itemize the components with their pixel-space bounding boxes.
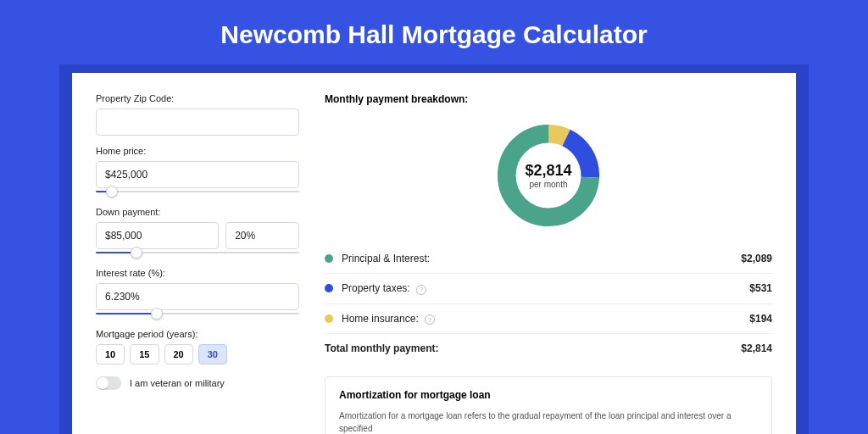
- info-icon[interactable]: ?: [416, 285, 426, 295]
- legend-dot-icon: [325, 284, 333, 292]
- legend-value: $2,089: [741, 253, 772, 264]
- veteran-toggle[interactable]: [96, 376, 121, 390]
- legend-value: $194: [749, 313, 772, 325]
- donut-wrap: $2,814 per month: [325, 115, 772, 244]
- rate-label: Interest rate (%):: [96, 268, 299, 278]
- calculator-card: Property Zip Code: Home price: Down paym…: [72, 73, 796, 434]
- veteran-toggle-knob: [97, 377, 108, 389]
- legend-label: Principal & Interest:: [342, 253, 741, 264]
- price-slider[interactable]: [96, 186, 299, 197]
- down-slider[interactable]: [96, 248, 299, 258]
- period-button-10[interactable]: 10: [96, 344, 125, 364]
- price-input[interactable]: [96, 161, 299, 188]
- price-field-group: Home price:: [96, 146, 299, 197]
- legend-dot-icon: [325, 254, 333, 263]
- breakdown-title: Monthly payment breakdown:: [325, 93, 772, 105]
- period-field-group: Mortgage period (years): 10152030: [96, 329, 299, 364]
- page-title: Newcomb Hall Mortgage Calculator: [0, 0, 868, 64]
- legend-dot-icon: [325, 314, 333, 323]
- amortization-box: Amortization for mortgage loan Amortizat…: [325, 376, 772, 434]
- breakdown-column: Monthly payment breakdown: $2,814 per mo…: [325, 93, 772, 434]
- price-slider-thumb: [106, 186, 118, 198]
- info-icon[interactable]: ?: [425, 314, 435, 325]
- amort-text: Amortization for a mortgage loan refers …: [339, 409, 758, 434]
- donut-chart: $2,814 per month: [493, 120, 604, 231]
- total-label: Total monthly payment:: [325, 342, 741, 354]
- legend-row-0: Principal & Interest:$2,089: [325, 244, 772, 274]
- zip-label: Property Zip Code:: [96, 93, 299, 103]
- total-value: $2,814: [741, 342, 772, 354]
- down-amount-input[interactable]: [96, 222, 219, 249]
- card-shadow: Property Zip Code: Home price: Down paym…: [59, 64, 809, 434]
- rate-field-group: Interest rate (%):: [96, 268, 299, 319]
- legend-label: Property taxes: ?: [342, 282, 749, 295]
- zip-field-group: Property Zip Code:: [96, 93, 299, 136]
- rate-slider-thumb: [151, 308, 163, 320]
- period-button-30[interactable]: 30: [198, 344, 227, 364]
- period-button-15[interactable]: 15: [130, 344, 159, 364]
- donut-center: $2,814 per month: [493, 120, 604, 231]
- donut-amount: $2,814: [525, 162, 571, 180]
- total-row: Total monthly payment: $2,814: [325, 334, 772, 363]
- legend-value: $531: [749, 282, 772, 294]
- period-button-20[interactable]: 20: [164, 344, 193, 364]
- donut-sub: per month: [529, 180, 567, 189]
- rate-slider-fill: [96, 313, 157, 314]
- veteran-label: I am veteran or military: [130, 378, 225, 388]
- down-percent-input[interactable]: [225, 222, 299, 249]
- rate-slider[interactable]: [96, 309, 299, 319]
- zip-input[interactable]: [96, 108, 299, 136]
- down-label: Down payment:: [96, 207, 299, 217]
- legend-row-1: Property taxes: ?$531: [325, 274, 772, 304]
- price-label: Home price:: [96, 146, 299, 156]
- legend-row-2: Home insurance: ?$194: [325, 304, 772, 335]
- inputs-column: Property Zip Code: Home price: Down paym…: [96, 93, 299, 434]
- amort-title: Amortization for mortgage loan: [339, 389, 758, 401]
- down-slider-thumb: [131, 247, 142, 259]
- period-buttons: 10152030: [96, 344, 299, 364]
- legend-label: Home insurance: ?: [342, 313, 749, 326]
- period-label: Mortgage period (years):: [96, 329, 299, 339]
- down-field-group: Down payment:: [96, 207, 299, 258]
- legend: Principal & Interest:$2,089Property taxe…: [325, 244, 772, 334]
- rate-input[interactable]: [96, 283, 299, 310]
- veteran-row: I am veteran or military: [96, 376, 299, 390]
